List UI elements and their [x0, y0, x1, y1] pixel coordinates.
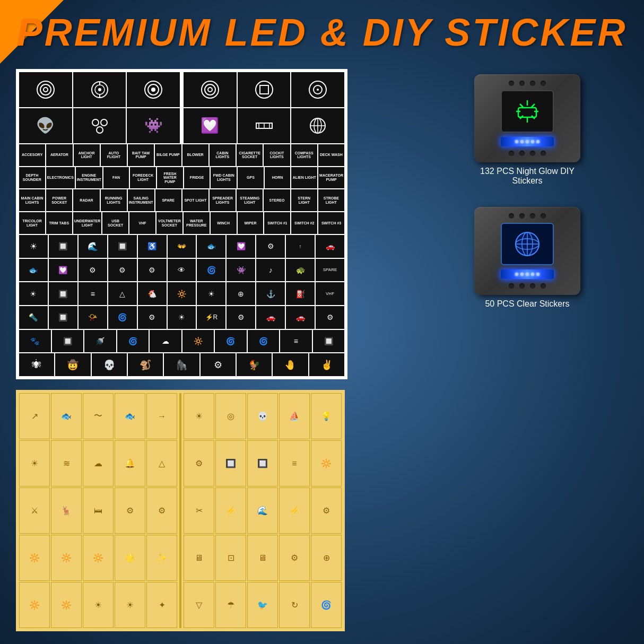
text-cell: CIGARETTE SOCKET [237, 144, 263, 166]
icon-cell: ☀ [19, 282, 48, 305]
yellow-cell: ⛵ [279, 393, 310, 439]
yellow-cell: ⚙ [115, 488, 145, 534]
led-dot [531, 140, 534, 143]
icon-cell: 🔆 [168, 282, 196, 305]
icon-cell: ⚙ [316, 306, 344, 329]
icon-cell: SPARE [316, 259, 344, 282]
switch-top-label: 132 PCS Night Glow DIY Stickers [474, 167, 580, 186]
switch-dot [509, 213, 514, 219]
icon-cell: 👾 [127, 108, 180, 143]
small-icon-row-4: 🔦 🔲 📯 🌀 ⚙ ☀ ⚡R ⚙ 🚗 🚗 ⚙ [19, 306, 344, 329]
icon-cell: ⚙ [227, 306, 255, 329]
text-cell: STEAMING LIGHT [237, 189, 263, 211]
icon-cell: 🔆 [182, 330, 214, 353]
yellow-cell: ☂ [215, 582, 246, 628]
yellow-row: 🔆 🔆 🔆 🌟 ✨ [19, 535, 177, 581]
icon-cell: 🤠 [55, 353, 90, 376]
icon-cell: 🐓 [237, 353, 272, 376]
led-dot [526, 273, 529, 276]
icon-cell: ⊕ [227, 282, 255, 305]
yellow-cell: ⊡ [215, 535, 246, 581]
icon-cell: 🔲 [49, 306, 77, 329]
switch-dot [530, 213, 535, 219]
text-cell: ALIEN LIGHT [291, 167, 317, 189]
yellow-cell: ↻ [279, 582, 310, 628]
switch-unit-bottom: 50 PCS Clear Stickers [474, 207, 580, 309]
icon-cell: 🔲 [108, 235, 137, 258]
icon-cell: 🔦 [19, 306, 48, 329]
yellow-row: ✂ ⚡ 🌊 ⚡ ⚙ [184, 488, 342, 534]
text-cell: RUNNING LIGHTS [101, 189, 127, 211]
switch-dot [509, 81, 514, 86]
svg-point-14 [256, 81, 273, 98]
yellow-cell: ⚙ [184, 440, 214, 486]
icon-cell: 🌀 [215, 330, 247, 353]
icon-cell: 🌀 [197, 259, 225, 282]
sun-icon [509, 93, 546, 130]
icon-cell: 🚗 [256, 306, 285, 329]
svg-point-18 [317, 89, 319, 91]
icon-cell [73, 72, 126, 107]
icon-cell: 💀 [92, 353, 127, 376]
yellow-cell: 💡 [311, 393, 342, 439]
text-cell: MACERATOR PUMP [318, 167, 344, 189]
icon-cell: 🐾 [19, 330, 51, 353]
led-dot [515, 140, 518, 143]
icon-cell: ↑ [286, 235, 315, 258]
page-title: PREMIUM LED & DIY STICKER [0, 11, 644, 54]
switch-led-bar-top [501, 137, 554, 146]
yellow-cell: ☀ [184, 393, 214, 439]
text-cell: SAILING INSTRUMENT [128, 189, 154, 211]
switch-dot [530, 81, 535, 86]
svg-point-20 [101, 119, 107, 126]
yellow-cell: 🔆 [51, 535, 82, 581]
yellow-cell: ↗ [19, 393, 50, 439]
icon-cell [291, 108, 344, 143]
svg-point-13 [208, 88, 212, 92]
yellow-row: ↗ 🐟 〜 🐟 → [19, 393, 177, 439]
icon-cell: ≡ [79, 282, 107, 305]
icon-cell: 💟 [227, 235, 255, 258]
switch-dot [509, 283, 514, 289]
switch-dot [519, 81, 525, 86]
yellow-row: ⚔ 🦌 🛏 ⚙ ⚙ [19, 488, 177, 534]
svg-point-5 [98, 88, 101, 91]
yellow-left-half: ↗ 🐟 〜 🐟 → ☀ ≋ ☁ 🔔 △ ⚔ 🦌 🛏 ⚙ ⚙ 🔆 🔆 🔆 🌟 ✨ [19, 393, 177, 628]
icon-cell: ⚙ [108, 259, 137, 282]
svg-point-0 [37, 81, 54, 98]
yellow-cell: ⚔ [19, 488, 50, 534]
text-cell: HORN [265, 167, 291, 189]
yellow-cell: → [146, 393, 177, 439]
icon-cell: ☁ [150, 330, 181, 353]
svg-point-12 [205, 84, 215, 95]
switch-bottom-label: 50 PCS Clear Stickers [474, 299, 580, 309]
text-cell: WIPER [238, 212, 264, 234]
text-cell: DEPTH SOUNDER [19, 167, 45, 189]
switch-dots-top [509, 81, 546, 86]
icon-cell: ✌ [309, 353, 344, 376]
svg-point-21 [97, 127, 103, 133]
icon-cell [291, 72, 344, 107]
sticker-inner: 👽 👾 💟 ACCESORY AERATOR ANCHOR LIGHT AUTO… [19, 72, 344, 376]
switch-display-window-bottom [501, 223, 554, 265]
yellow-cell: ✨ [146, 535, 177, 581]
led-dot [531, 273, 534, 276]
yellow-cell: ✂ [184, 488, 214, 534]
svg-line-36 [532, 104, 535, 107]
switch-dot [541, 81, 546, 86]
icon-cell: ⚡R [197, 306, 225, 329]
text-cell: BLOWER [182, 144, 208, 166]
icon-cell: 🔲 [49, 235, 77, 258]
yellow-cell: 〜 [83, 393, 114, 439]
icon-cell: ☀ [197, 282, 225, 305]
switch-dot [530, 283, 535, 289]
text-cell: TRIM TABS [46, 212, 72, 234]
yellow-cell: ☀ [19, 440, 50, 486]
text-cell: VOLTMETER SOCKET [156, 212, 182, 234]
text-cell: FOREDECK LIGHT [130, 167, 156, 189]
small-icon-row-6: 🕷 🤠 💀 🐒 🦍 ⚙ 🐓 🤚 ✌ [19, 353, 344, 376]
icon-cell: VHF [316, 282, 344, 305]
text-cell: RADAR [73, 189, 99, 211]
yellow-cell: 🔆 [19, 535, 50, 581]
switch-dots-top [509, 213, 546, 219]
